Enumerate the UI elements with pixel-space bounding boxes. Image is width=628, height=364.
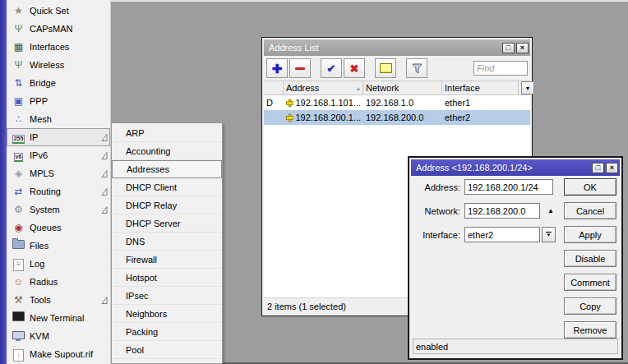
network-field-label: Network: — [414, 206, 460, 216]
interface-field-label: Interface: — [414, 230, 460, 240]
note-icon — [380, 63, 392, 73]
row-address-cell: 192.168.1.101... — [284, 95, 363, 110]
copy-button[interactable]: Copy — [564, 297, 616, 315]
sidebar-item-bridge[interactable]: ⇅ Bridge — [7, 74, 110, 92]
collapse-arrow-icon[interactable]: ▲ — [547, 207, 554, 214]
submenu-item-dhcp-client[interactable]: DHCP Client — [112, 178, 222, 196]
sidebar-item-interfaces[interactable]: ▦ Interfaces — [7, 38, 110, 56]
winbox-main-window: ★ Quick Set Ψ CAPsMAN ▦ Interfaces Ψ Wir… — [0, 0, 628, 364]
add-button[interactable]: ✚ — [266, 58, 288, 78]
submenu-item-neighbors[interactable]: Neighbors — [112, 305, 222, 323]
sidebar-item-label: Queues — [30, 223, 62, 233]
address-field-row: Address: — [414, 178, 553, 196]
sidebar-item-label: Radius — [30, 277, 58, 287]
wand-icon: ★ — [12, 4, 25, 18]
sidebar-item-wireless[interactable]: Ψ Wireless — [7, 56, 110, 74]
minus-icon — [295, 67, 305, 70]
table-row-selected[interactable]: 192.168.200.1... 192.168.200.0 ether2 — [264, 110, 530, 125]
address-column-header[interactable]: Address ▴ — [284, 81, 363, 94]
submenu-item-dhcp-relay[interactable]: DHCP Relay — [112, 196, 222, 214]
sidebar-item-ppp[interactable]: ▣ PPP — [7, 92, 110, 110]
cancel-button[interactable]: Cancel — [564, 202, 616, 219]
items-count-text: 2 items (1 selected) — [267, 302, 346, 311]
plus-icon: ✚ — [272, 62, 283, 75]
sidebar-item-log[interactable]: ≡ Log — [7, 255, 110, 273]
gauge-icon: ◉ — [12, 221, 25, 235]
sidebar-item-make-supout[interactable]: ↓ Make Supout.rif — [7, 345, 110, 363]
submenu-item-hotspot[interactable]: Hotspot — [112, 269, 222, 287]
mpls-tags-icon: ◈ — [12, 167, 25, 181]
interface-field[interactable] — [464, 227, 540, 242]
sidebar-item-system[interactable]: ⚙ System — [7, 200, 110, 219]
submenu-item-dns[interactable]: DNS — [112, 233, 222, 251]
sidebar-item-queues[interactable]: ◉ Queues — [7, 219, 110, 237]
row-flag — [264, 110, 284, 125]
sidebar-item-radius[interactable]: ☺ Radius — [7, 273, 110, 291]
sidebar-item-files[interactable]: Files — [7, 237, 110, 255]
table-header: Address ▴ Network Interface ▼ — [264, 81, 530, 95]
comment-button[interactable] — [375, 58, 396, 78]
submenu-item-firewall[interactable]: Firewall — [112, 251, 222, 269]
maximize-button[interactable]: □ — [502, 43, 515, 53]
bridge-arrows-icon: ⇅ — [12, 76, 25, 90]
check-icon: ✔ — [327, 63, 336, 74]
submenu-item-arp[interactable]: ARP — [112, 124, 222, 142]
submenu-item-pool[interactable]: Pool — [112, 341, 222, 359]
ok-button[interactable]: OK — [564, 178, 616, 196]
close-button[interactable]: × — [606, 163, 618, 173]
submenu-item-addresses[interactable]: Addresses — [112, 160, 222, 178]
remove-button[interactable] — [289, 58, 311, 78]
network-field[interactable] — [464, 203, 540, 219]
address-icon — [286, 99, 293, 108]
interface-column-header[interactable]: Interface — [442, 81, 519, 94]
close-button[interactable]: × — [516, 43, 529, 53]
submenu-item-dhcp-server[interactable]: DHCP Server — [112, 214, 222, 233]
sidebar-item-routing[interactable]: ⇄ Routing — [7, 182, 110, 200]
sidebar-item-label: Make Supout.rif — [30, 349, 93, 359]
row-network-cell: 192.168.1.0 — [363, 95, 442, 110]
remove-button[interactable]: Remove — [564, 321, 616, 339]
filter-button[interactable] — [406, 58, 427, 78]
enable-button[interactable]: ✔ — [321, 58, 342, 78]
sidebar-item-label: Files — [30, 241, 48, 251]
routing-arrows-icon: ⇄ — [12, 185, 25, 199]
comment-button[interactable]: Comment — [564, 274, 616, 291]
submenu-item-accounting[interactable]: Accounting — [112, 142, 222, 160]
sidebar-item-mpls[interactable]: ◈ MPLS — [7, 164, 110, 182]
sidebar-item-label: Routing — [30, 187, 61, 196]
sidebar-item-ip[interactable]: 255 IP — [7, 128, 110, 146]
row-flag: D — [264, 95, 284, 110]
sidebar-item-label: PPP — [30, 96, 48, 106]
funnel-icon — [412, 63, 423, 74]
ipv6-icon: v6 — [12, 149, 25, 163]
left-accent-strip — [0, 0, 7, 364]
find-input[interactable] — [473, 61, 528, 76]
interface-dropdown-button[interactable]: ▼ — [542, 227, 556, 242]
disable-button[interactable]: ✖ — [344, 58, 365, 78]
disable-button[interactable]: Disable — [564, 250, 616, 267]
address-field[interactable] — [464, 179, 553, 195]
address-list-toolbar: ✚ ✔ ✖ — [264, 56, 530, 81]
sidebar-item-label: Quick Set — [30, 6, 69, 16]
sidebar-item-new-terminal[interactable]: New Terminal — [7, 309, 110, 327]
apply-button[interactable]: Apply — [564, 226, 616, 243]
sidebar-item-capsman[interactable]: Ψ CAPsMAN — [7, 20, 110, 38]
sidebar-item-kvm[interactable]: KVM — [7, 327, 110, 345]
address-dialog-body: Address: Network: ▲ Interface: ▼ OK Canc… — [411, 176, 620, 357]
sidebar-item-mesh[interactable]: ∴ Mesh — [7, 110, 110, 128]
submenu-item-ipsec[interactable]: IPsec — [112, 287, 222, 305]
sidebar-item-tools[interactable]: ⚒ Tools — [7, 291, 110, 309]
column-selector-button[interactable]: ▼ — [521, 81, 534, 94]
sidebar-item-ipv6[interactable]: v6 IPv6 — [7, 146, 110, 164]
network-column-header[interactable]: Network — [363, 81, 442, 94]
sidebar-menu: ★ Quick Set Ψ CAPsMAN ▦ Interfaces Ψ Wir… — [7, 0, 111, 364]
sidebar-item-quick-set[interactable]: ★ Quick Set — [7, 2, 110, 20]
address-list-titlebar[interactable]: Address List □ × — [264, 39, 530, 56]
flags-column-header[interactable] — [264, 81, 284, 94]
table-row[interactable]: D 192.168.1.101... 192.168.1.0 ether1 — [264, 95, 530, 110]
address-dialog-titlebar[interactable]: Address <192.168.200.1/24> □ × — [411, 159, 620, 176]
network-card-icon: ▦ — [12, 40, 25, 54]
submenu-item-packing[interactable]: Packing — [112, 323, 222, 341]
maximize-button[interactable]: □ — [592, 163, 604, 173]
interface-field-row: Interface: ▼ — [414, 226, 556, 243]
